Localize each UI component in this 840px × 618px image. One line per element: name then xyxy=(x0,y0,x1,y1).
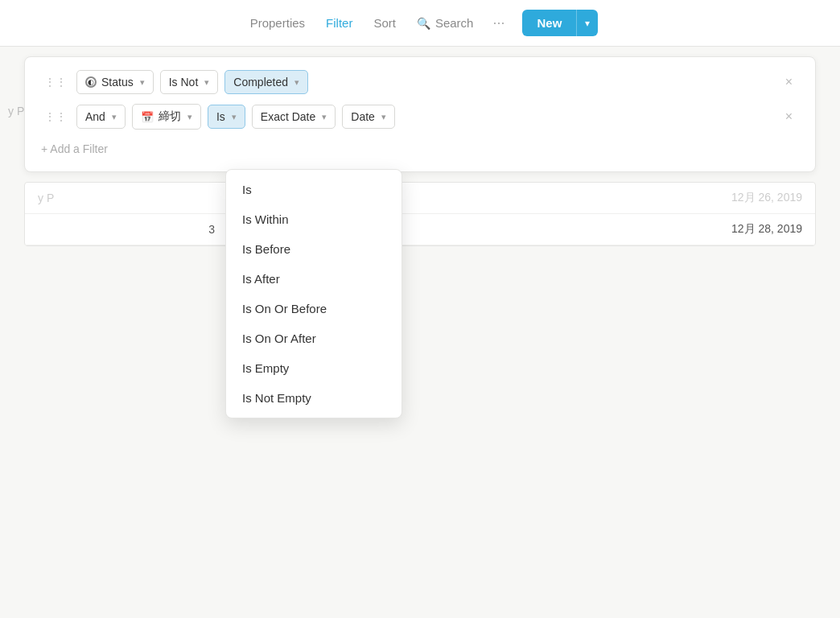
properties-label: Properties xyxy=(250,16,305,30)
drag-handle-2[interactable]: ⋮⋮ xyxy=(41,109,70,125)
filter-label: Filter xyxy=(326,16,352,30)
status-select[interactable]: ◐ Status ▾ xyxy=(76,70,154,94)
status-label: Status xyxy=(101,76,134,89)
status-caret-icon: ▾ xyxy=(140,77,145,88)
table-row: 3 12月 28, 2019 xyxy=(25,214,815,245)
is-not-label: Is Not xyxy=(169,76,199,89)
table-row: y P 12月 26, 2019 xyxy=(25,183,815,214)
new-chevron-button[interactable]: ▾ xyxy=(576,10,598,36)
condition-dropdown: Is Is Within Is Before Is After Is On Or… xyxy=(225,169,402,418)
col-label: y P xyxy=(38,192,134,204)
toolbar: Properties Filter Sort 🔍 Search ··· New … xyxy=(0,0,840,47)
completed-select[interactable]: Completed ▾ xyxy=(224,70,308,94)
and-select[interactable]: And ▾ xyxy=(76,105,126,129)
filter-button[interactable]: Filter xyxy=(318,11,360,35)
close-row1-button[interactable]: × xyxy=(779,72,799,93)
completed-caret-icon: ▾ xyxy=(294,77,299,88)
new-button[interactable]: New xyxy=(522,10,576,36)
is-label: Is xyxy=(216,110,225,123)
exact-date-label: Exact Date xyxy=(261,110,315,123)
search-label: Search xyxy=(435,16,474,30)
filter-panel: ⋮⋮ ◐ Status ▾ Is Not ▾ Completed ▾ × ⋮⋮ … xyxy=(24,56,816,172)
exact-date-caret-icon: ▾ xyxy=(322,112,327,122)
exact-date-select[interactable]: Exact Date ▾ xyxy=(252,105,336,129)
dropdown-item-is-within[interactable]: Is Within xyxy=(226,204,401,234)
properties-button[interactable]: Properties xyxy=(242,11,313,35)
dropdown-item-is-empty[interactable]: Is Empty xyxy=(226,353,401,383)
and-label: And xyxy=(85,110,105,123)
date-field-caret-icon: ▾ xyxy=(187,112,192,122)
status-icon: ◐ xyxy=(85,76,97,88)
date-field-select[interactable]: 📅 締切 ▾ xyxy=(132,104,201,130)
dropdown-item-is-after[interactable]: Is After xyxy=(226,264,401,294)
is-caret-icon: ▾ xyxy=(232,112,237,122)
date-value-caret-icon: ▾ xyxy=(381,112,386,122)
close-row2-button[interactable]: × xyxy=(779,106,799,127)
dropdown-item-is[interactable]: Is xyxy=(226,175,401,204)
filter-row-1: ⋮⋮ ◐ Status ▾ Is Not ▾ Completed ▾ × xyxy=(41,70,799,94)
chevron-down-icon: ▾ xyxy=(585,18,590,29)
col-date: 12月 26, 2019 xyxy=(731,191,802,205)
dropdown-item-is-on-or-before[interactable]: Is On Or Before xyxy=(226,294,401,323)
is-select[interactable]: Is ▾ xyxy=(208,105,245,129)
add-filter-button[interactable]: + Add a Filter xyxy=(41,139,799,159)
data-table: y P 12月 26, 2019 3 12月 28, 2019 xyxy=(24,182,816,246)
filter-row-2: ⋮⋮ And ▾ 📅 締切 ▾ Is ▾ Exact Date ▾ Date ▾… xyxy=(41,104,799,130)
col-date: 12月 28, 2019 xyxy=(731,222,802,237)
sort-label: Sort xyxy=(373,16,396,30)
new-button-group: New ▾ xyxy=(522,10,598,36)
dropdown-item-is-before[interactable]: Is Before xyxy=(226,234,401,264)
date-value-label: Date xyxy=(351,110,375,123)
search-button[interactable]: 🔍 Search xyxy=(409,11,482,35)
dropdown-item-is-on-or-after[interactable]: Is On Or After xyxy=(226,323,401,353)
col-num: 3 xyxy=(150,223,215,236)
dropdown-item-is-not-empty[interactable]: Is Not Empty xyxy=(226,383,401,413)
search-icon: 🔍 xyxy=(417,17,430,30)
drag-handle-1[interactable]: ⋮⋮ xyxy=(41,74,70,90)
date-value-select[interactable]: Date ▾ xyxy=(342,105,395,129)
calendar-icon: 📅 xyxy=(141,111,154,123)
sidebar-partial-label: y P xyxy=(8,105,24,117)
and-caret-icon: ▾ xyxy=(112,112,117,122)
date-field-label: 締切 xyxy=(159,109,181,124)
is-not-select[interactable]: Is Not ▾ xyxy=(160,70,219,94)
more-button[interactable]: ··· xyxy=(486,10,511,36)
completed-label: Completed xyxy=(233,76,288,89)
is-not-caret-icon: ▾ xyxy=(204,77,209,88)
add-filter-label: + Add a Filter xyxy=(41,142,108,155)
sort-button[interactable]: Sort xyxy=(365,11,404,35)
